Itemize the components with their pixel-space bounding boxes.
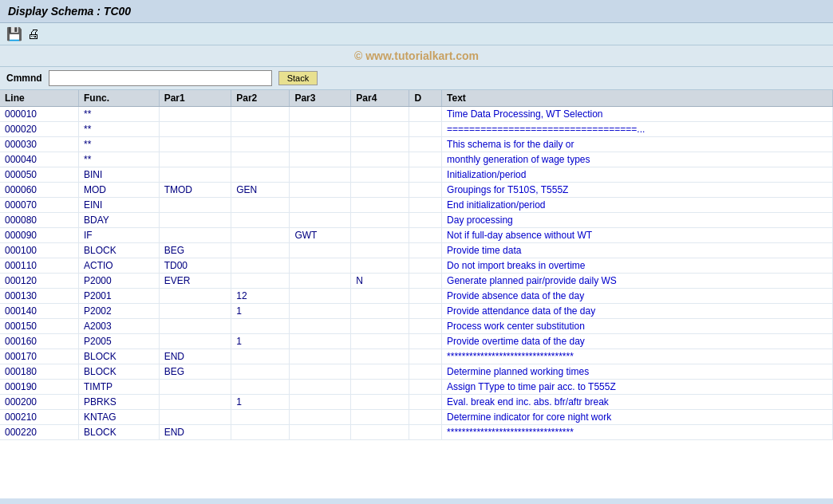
cell-text: monthly generation of wage types	[442, 152, 833, 167]
col-par4: Par4	[351, 90, 409, 107]
cell-par3	[290, 334, 351, 349]
table-row: 000180BLOCKBEGDetermine planned working …	[0, 364, 833, 380]
cell-par3	[290, 274, 351, 289]
cell-d	[409, 364, 442, 380]
cell-par2	[231, 167, 290, 183]
cell-func: P2002	[79, 304, 160, 319]
col-func: Func.	[79, 90, 160, 107]
cell-par1	[159, 107, 231, 122]
cell-line: 000030	[0, 137, 79, 152]
table-row: 000120P2000EVERNGenerate planned pair/pr…	[0, 274, 833, 289]
table-row: 000040**monthly generation of wage types	[0, 152, 833, 167]
cell-func: PBRKS	[79, 395, 160, 410]
cell-func: **	[79, 107, 160, 122]
cell-text: Provide attendance data of the day	[442, 304, 833, 319]
cell-d	[409, 349, 442, 364]
cell-d	[409, 258, 442, 274]
title-bar: Display Schema : TC00	[0, 0, 833, 23]
cell-par2	[231, 319, 290, 334]
cell-line: 000200	[0, 395, 79, 410]
cell-par2	[231, 349, 290, 364]
table-row: 000130P200112Provide absence data of the…	[0, 289, 833, 304]
cell-func: BINI	[79, 167, 160, 183]
cell-text: Initialization/period	[442, 167, 833, 183]
cell-par4	[351, 319, 409, 334]
command-bar: Cmmnd Stack	[0, 67, 833, 90]
cell-par2	[231, 152, 290, 167]
cell-text: Day processing	[442, 213, 833, 228]
cell-par3	[290, 167, 351, 183]
save-icon[interactable]: 💾	[6, 26, 22, 41]
table-row: 000160P20051Provide overtime data of the…	[0, 334, 833, 349]
cell-par4	[351, 137, 409, 152]
cell-par2	[231, 380, 290, 395]
cell-line: 000100	[0, 243, 79, 258]
cell-par1	[159, 289, 231, 304]
cell-par4	[351, 380, 409, 395]
cell-par3	[290, 152, 351, 167]
toolbar: 💾 🖨	[0, 23, 833, 45]
cell-func: P2000	[79, 274, 160, 289]
cell-par2	[231, 228, 290, 243]
cell-func: A2003	[79, 319, 160, 334]
cell-par2: 1	[231, 395, 290, 410]
cell-func: TIMTP	[79, 380, 160, 395]
cell-par1	[159, 122, 231, 137]
cell-par4	[351, 395, 409, 410]
table-row: 000140P20021Provide attendance data of t…	[0, 304, 833, 319]
cell-par2	[231, 274, 290, 289]
title-text: Display Schema : TC00	[0, 0, 833, 23]
cell-par4: N	[351, 274, 409, 289]
cell-par3	[290, 304, 351, 319]
cell-text: Time Data Processing, WT Selection	[442, 107, 833, 122]
cell-line: 000170	[0, 349, 79, 364]
cell-par4	[351, 364, 409, 380]
col-par3: Par3	[290, 90, 351, 107]
cell-par1: TD00	[159, 258, 231, 274]
cell-text: Not if full-day absence without WT	[442, 228, 833, 243]
cell-line: 000220	[0, 425, 79, 440]
table-row: 000170BLOCKEND**************************…	[0, 349, 833, 364]
cell-par2	[231, 122, 290, 137]
cell-d	[409, 334, 442, 349]
cell-d	[409, 274, 442, 289]
cell-par4	[351, 289, 409, 304]
cell-d	[409, 198, 442, 213]
stack-button[interactable]: Stack	[278, 71, 318, 85]
cell-d	[409, 410, 442, 425]
cell-par4	[351, 152, 409, 167]
cell-par3	[290, 107, 351, 122]
cell-d	[409, 304, 442, 319]
cell-d	[409, 425, 442, 440]
table-row: 000210KNTAGDetermine indicator for core …	[0, 410, 833, 425]
cell-par3	[290, 410, 351, 425]
cell-par1	[159, 228, 231, 243]
table-row: 000110ACTIOTD00Do not import breaks in o…	[0, 258, 833, 274]
table-row: 000220BLOCKEND**************************…	[0, 425, 833, 440]
print-icon[interactable]: 🖨	[27, 27, 40, 41]
cell-func: IF	[79, 228, 160, 243]
cell-func: BLOCK	[79, 364, 160, 380]
cell-par3: GWT	[290, 228, 351, 243]
cell-par3	[290, 243, 351, 258]
command-input[interactable]	[49, 70, 272, 86]
cell-func: **	[79, 137, 160, 152]
watermark-bar: © www.tutorialkart.com	[0, 45, 833, 67]
cell-par4	[351, 213, 409, 228]
cell-line: 000020	[0, 122, 79, 137]
cell-func: KNTAG	[79, 410, 160, 425]
cell-par1	[159, 137, 231, 152]
cell-text: Do not import breaks in overtime	[442, 258, 833, 274]
cell-par4	[351, 258, 409, 274]
cell-par4	[351, 198, 409, 213]
table-container: Line Func. Par1 Par2 Par3 Par4 D Text 00…	[0, 90, 833, 498]
table-row: 000150A2003Process work center substitut…	[0, 319, 833, 334]
cell-d	[409, 289, 442, 304]
cell-line: 000110	[0, 258, 79, 274]
cell-func: BLOCK	[79, 425, 160, 440]
cell-par2	[231, 198, 290, 213]
cell-d	[409, 380, 442, 395]
cell-par4	[351, 107, 409, 122]
cell-par2: 12	[231, 289, 290, 304]
col-par2: Par2	[231, 90, 290, 107]
